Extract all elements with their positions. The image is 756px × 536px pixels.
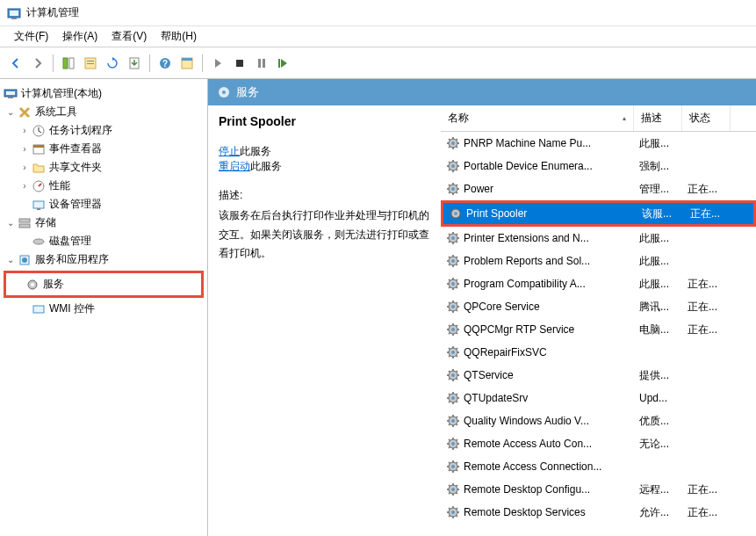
stop-link[interactable]: 停止: [219, 145, 240, 157]
detail-panel: Print Spooler 停止此服务 重启动此服务 描述: 该服务在后台执行打…: [208, 105, 441, 536]
event-icon: [32, 142, 46, 156]
svg-point-37: [451, 141, 455, 145]
menu-file[interactable]: 文件(F): [7, 27, 55, 46]
service-row[interactable]: Quality Windows Audio V...优质...: [441, 409, 756, 432]
service-row[interactable]: Remote Desktop Services允许...正在...: [441, 501, 756, 524]
forward-button[interactable]: [27, 53, 48, 74]
service-name: Remote Access Connection...: [464, 460, 601, 473]
expand-icon[interactable]: ›: [18, 144, 32, 154]
gear-icon: [446, 437, 460, 451]
svg-rect-12: [182, 58, 192, 61]
service-desc: 此服...: [634, 277, 682, 292]
service-row[interactable]: Program Compatibility A...此服...正在...: [441, 272, 756, 295]
toolbar-separator: [53, 54, 54, 72]
header-name[interactable]: 名称▴: [441, 105, 634, 131]
tree-storage[interactable]: ⌄ 存储: [4, 214, 204, 232]
disk-icon: [32, 235, 46, 249]
service-row[interactable]: Problem Reports and Sol...此服...: [441, 250, 756, 272]
svg-rect-18: [6, 91, 15, 95]
gear-icon: [449, 206, 463, 221]
toolbar: ?: [0, 47, 756, 79]
service-row[interactable]: Remote Desktop Configu...远程...正在...: [441, 478, 756, 501]
services-apps-icon: [18, 253, 32, 267]
tree-shared-folders[interactable]: › 共享文件夹: [4, 158, 204, 177]
start-service-button[interactable]: [207, 53, 228, 74]
service-row[interactable]: QPCore Service腾讯...正在...: [441, 295, 756, 318]
restart-service-button[interactable]: [273, 53, 294, 74]
help-button[interactable]: ?: [155, 53, 176, 74]
gear-icon: [446, 254, 460, 268]
tree-label: 性能: [49, 178, 70, 193]
service-row[interactable]: QTService提供...: [441, 364, 756, 387]
tree-root[interactable]: 计算机管理(本地): [4, 84, 204, 103]
service-row[interactable]: PNRP Machine Name Pu...此服...: [441, 132, 756, 155]
service-row[interactable]: QQRepairFixSVC: [441, 341, 756, 364]
svg-point-41: [451, 187, 455, 191]
collapse-icon[interactable]: ⌄: [4, 255, 18, 264]
toolbar-separator: [149, 54, 150, 72]
svg-rect-6: [87, 61, 94, 62]
menu-view[interactable]: 查看(V): [104, 27, 154, 46]
collapse-icon[interactable]: ⌄: [4, 218, 18, 228]
expand-icon[interactable]: ›: [18, 163, 32, 172]
service-row[interactable]: Print Spooler该服...正在...: [441, 200, 756, 227]
tree-disk-management[interactable]: 磁盘管理: [4, 232, 204, 250]
svg-point-47: [451, 259, 455, 263]
back-button[interactable]: [5, 53, 26, 74]
service-row[interactable]: Portable Device Enumera...强制...: [441, 155, 756, 177]
services-list[interactable]: 名称▴ 描述 状态 PNRP Machine Name Pu...此服...Po…: [441, 105, 756, 536]
header-desc[interactable]: 描述: [634, 105, 682, 131]
menu-help[interactable]: 帮助(H): [154, 27, 204, 46]
tree-services-apps[interactable]: ⌄ 服务和应用程序: [4, 250, 204, 269]
service-row[interactable]: QTUpdateSrvUpd...: [441, 387, 756, 409]
expand-icon[interactable]: ›: [18, 126, 32, 135]
titlebar: 计算机管理: [0, 0, 756, 26]
desc-text: 该服务在后台执行打印作业并处理与打印机的交互。如果关闭该服务，则无法进行打印或查…: [219, 206, 430, 264]
tree-event-viewer[interactable]: › 事件查看器: [4, 140, 204, 158]
gear-icon: [446, 277, 460, 291]
menu-action[interactable]: 操作(A): [55, 27, 104, 46]
tree-label: 存储: [35, 215, 56, 230]
properties-button[interactable]: [80, 53, 101, 74]
expand-icon[interactable]: ›: [18, 181, 32, 191]
service-status: 正在...: [682, 182, 731, 197]
service-row[interactable]: Remote Access Connection...: [441, 455, 756, 478]
svg-point-69: [451, 511, 455, 514]
svg-point-61: [451, 419, 455, 423]
refresh-button[interactable]: [102, 53, 123, 74]
svg-rect-4: [69, 58, 74, 69]
stop-service-button[interactable]: [229, 53, 250, 74]
service-row[interactable]: Power管理...正在...: [441, 177, 756, 200]
tree-system-tools[interactable]: ⌄ 系统工具: [4, 103, 204, 121]
restart-link[interactable]: 重启动: [219, 160, 250, 172]
svg-rect-19: [8, 97, 13, 98]
pause-service-button[interactable]: [251, 53, 272, 74]
export-button[interactable]: [124, 53, 145, 74]
tree-performance[interactable]: › 性能: [4, 177, 204, 195]
window-title: 计算机管理: [26, 5, 79, 20]
tree-services[interactable]: 服务: [4, 271, 204, 298]
gear-icon: [446, 505, 460, 519]
tree-panel[interactable]: 计算机管理(本地) ⌄ 系统工具 › 任务计划程序 › 事件查看器 › 共享文件…: [0, 79, 208, 536]
tree-task-scheduler[interactable]: › 任务计划程序: [4, 121, 204, 140]
header-status[interactable]: 状态: [682, 105, 731, 131]
content-panel: 服务 Print Spooler 停止此服务 重启动此服务 描述: 该服务在后台…: [208, 79, 756, 536]
tree-label: 服务和应用程序: [35, 252, 109, 267]
service-status: 正在...: [682, 277, 731, 292]
service-desc: 无论...: [634, 437, 682, 452]
service-row[interactable]: Printer Extensions and N...此服...: [441, 227, 756, 250]
svg-rect-14: [258, 59, 261, 68]
svg-rect-25: [37, 208, 40, 210]
collapse-icon[interactable]: ⌄: [4, 107, 18, 117]
service-title: Print Spooler: [219, 114, 430, 128]
tree-device-manager[interactable]: 设备管理器: [4, 195, 204, 214]
tree-wmi-control[interactable]: WMI 控件: [4, 300, 204, 318]
svg-rect-2: [11, 18, 17, 19]
svg-rect-24: [33, 201, 44, 208]
service-status: 正在...: [682, 322, 731, 337]
show-hide-button[interactable]: [58, 53, 79, 74]
svg-rect-22: [33, 145, 44, 148]
view-button[interactable]: [176, 53, 198, 74]
service-row[interactable]: QQPCMgr RTP Service电脑...正在...: [441, 318, 756, 341]
service-row[interactable]: Remote Access Auto Con...无论...: [441, 432, 756, 455]
